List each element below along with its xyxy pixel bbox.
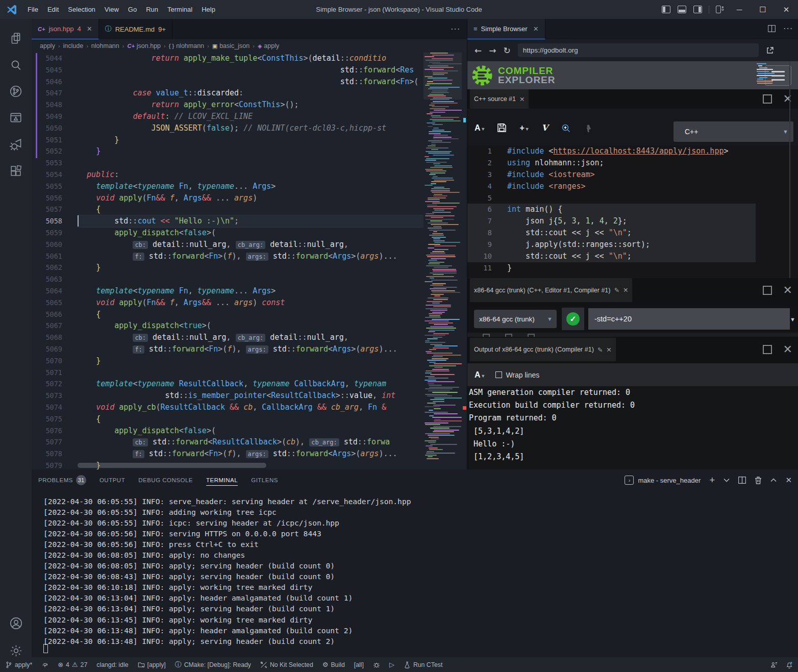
code-line[interactable]: case value_t::discarded: xyxy=(78,87,423,99)
search-icon[interactable] xyxy=(0,52,32,78)
more-actions-icon[interactable]: ··· xyxy=(784,24,793,32)
code-line[interactable]: } xyxy=(78,145,423,157)
customize-layout-icon[interactable] xyxy=(716,6,724,13)
code-line[interactable]: std::cout << "Hello :-)\n"; xyxy=(78,215,423,227)
chevron-down-icon[interactable]: ▼ xyxy=(790,316,795,322)
new-terminal-icon[interactable]: + xyxy=(709,475,715,486)
rename-pencil-icon[interactable]: ✎ xyxy=(614,286,619,294)
kit-selection-item[interactable]: No Kit Selected xyxy=(260,661,313,668)
build-button[interactable]: ⚙ Build xyxy=(322,661,345,668)
breadcrumb-item[interactable]: nlohmann xyxy=(91,42,119,49)
godbolt-code-line[interactable]: 7 json j{5, 3, 1, 4, 2}; xyxy=(467,215,756,227)
godbolt-code-line[interactable]: 11} xyxy=(467,262,798,274)
browser-preview-icon[interactable] xyxy=(0,105,32,131)
code-line[interactable]: return apply_error<ConstThis>(); xyxy=(78,99,423,111)
breadcrumb-item[interactable]: json.hpp xyxy=(137,42,161,49)
code-line[interactable]: f: std::forward<Fn>(f), args: std::forwa… xyxy=(78,343,423,355)
accounts-icon[interactable] xyxy=(0,610,32,636)
breadcrumb-item[interactable]: apply xyxy=(40,42,55,49)
compiler-select[interactable]: x86-64 gcc (trunk) ▼ xyxy=(474,310,557,328)
code-line[interactable]: default: // LCOV_EXCL_LINE xyxy=(78,111,423,122)
save-icon[interactable] xyxy=(497,123,506,132)
kill-terminal-trash-icon[interactable] xyxy=(755,477,762,484)
close-icon[interactable]: ✕ xyxy=(519,95,525,103)
code-line[interactable] xyxy=(78,157,423,169)
toggle-panel-icon[interactable] xyxy=(678,6,686,13)
godbolt-code-line[interactable]: 4#include <ranges> xyxy=(467,181,798,192)
code-line[interactable]: apply_dispatch<false>( xyxy=(78,227,423,239)
close-tab-icon[interactable]: ✕ xyxy=(87,25,92,33)
split-terminal-icon[interactable] xyxy=(738,477,746,484)
debug-target-icon[interactable] xyxy=(373,661,380,668)
compiler-tab[interactable]: x86-64 gcc (trunk) (C++, Editor #1, Comp… xyxy=(470,278,632,302)
close-tab-icon[interactable]: ✕ xyxy=(533,25,539,33)
tab-terminal[interactable]: TERMINAL xyxy=(206,475,238,486)
git-branch-item[interactable]: apply* xyxy=(5,661,32,668)
godbolt-code-line[interactable]: 2using nlohmann::json; xyxy=(467,157,798,169)
tab-problems[interactable]: PROBLEMS31 xyxy=(38,473,86,487)
code-line[interactable]: } xyxy=(78,262,423,273)
code-line[interactable]: JSON_ASSERT(false); // NOLINT(cert-dcl03… xyxy=(78,122,423,134)
close-icon[interactable]: ✕ xyxy=(623,286,628,294)
breadcrumb-item[interactable]: apply xyxy=(264,42,279,49)
code-line[interactable]: apply_dispatch<true>( xyxy=(78,320,423,332)
godbolt-code-line[interactable]: 9 j.apply(std::ranges::sort); xyxy=(467,239,756,251)
tab-output[interactable]: OUTPUT xyxy=(99,475,125,485)
source-control-icon[interactable] xyxy=(0,78,32,105)
maximize-pane-icon[interactable] xyxy=(763,345,772,354)
tab-debug-console[interactable]: DEBUG CONSOLE xyxy=(138,475,193,485)
feedback-icon[interactable] xyxy=(770,661,778,668)
close-panel-icon[interactable]: ✕ xyxy=(785,476,792,485)
toggle-sidebar-icon[interactable] xyxy=(662,6,670,13)
source-tab[interactable]: C++ source #1 ✕ xyxy=(470,89,529,109)
code-line[interactable]: f: std::forward<Fn>(f), args: std::forwa… xyxy=(78,448,423,460)
code-line[interactable]: template<typename Fn, typename... Args> xyxy=(78,181,423,192)
compiler-args-input[interactable]: -std=c++20 xyxy=(588,308,790,330)
godbolt-code-line[interactable]: 3#include <iostream> xyxy=(467,169,798,181)
code-line[interactable]: public: xyxy=(78,169,423,181)
code-line[interactable]: return apply_make_tuple<ConstThis>(detai… xyxy=(78,53,423,64)
back-icon[interactable]: ← xyxy=(475,45,482,56)
tab-readme-md[interactable]: ⓘ README.md 9+ xyxy=(99,19,172,39)
tab-simple-browser[interactable]: ≡ Simple Browser ✕ xyxy=(467,19,545,39)
rename-pencil-icon[interactable]: ✎ xyxy=(597,346,603,354)
split-editor-icon[interactable] xyxy=(768,25,776,32)
launch-target-icon[interactable]: ▷ xyxy=(389,661,394,668)
godbolt-code-line[interactable]: 10 std::cout << j << "\n"; xyxy=(467,251,756,262)
extensions-icon[interactable] xyxy=(0,158,32,184)
open-external-icon[interactable] xyxy=(766,46,774,55)
breadcrumb-item[interactable]: basic_json xyxy=(219,42,250,49)
menu-terminal[interactable]: Terminal xyxy=(163,6,197,13)
close-button[interactable]: ✕ xyxy=(775,0,798,19)
code-line[interactable]: void apply_cb(ResultCallback && cb, Call… xyxy=(78,402,423,413)
godbolt-source-editor[interactable]: 1#include <https://localhost:8443/apply/… xyxy=(467,145,798,278)
add-pane-button[interactable]: + ▾ xyxy=(519,123,528,133)
code-line[interactable] xyxy=(78,367,423,379)
code-line[interactable] xyxy=(78,273,423,285)
run-debug-icon[interactable] xyxy=(0,131,32,158)
maximize-button[interactable]: ☐ xyxy=(751,0,775,19)
sync-changes-icon[interactable] xyxy=(41,661,48,668)
code-editor[interactable]: 5044504550465047504850495050505150525053… xyxy=(32,53,467,469)
code-lines[interactable]: return apply_make_tuple<ConstThis>(detai… xyxy=(78,53,423,469)
output-tab[interactable]: Output of x86-64 gcc (trunk) (Compiler #… xyxy=(470,338,616,361)
code-line[interactable]: f: std::forward<Fn>(f), args: std::forwa… xyxy=(78,251,423,262)
code-line[interactable]: cb: detail::null_arg, cb_arg: detail::nu… xyxy=(78,239,423,251)
menu-run[interactable]: Run xyxy=(141,6,163,13)
vim-mode-button[interactable]: V xyxy=(542,123,548,133)
terminal-output[interactable]: [2022-04-30 06:05:55] INFO: serve_header… xyxy=(43,496,411,646)
close-pane-icon[interactable]: ✕ xyxy=(783,345,792,354)
code-line[interactable]: std::is_member_pointer<ResultCallback>::… xyxy=(78,390,423,402)
cmake-project-item[interactable]: [apply] xyxy=(138,661,166,668)
ctest-button[interactable]: Run CTest xyxy=(404,661,442,668)
menu-edit[interactable]: Edit xyxy=(43,6,63,13)
godbolt-code-line[interactable]: 5 xyxy=(467,192,798,204)
godbolt-code-line[interactable]: 8 std::cout << j << "\n"; xyxy=(467,227,756,239)
zoom-search-icon[interactable] xyxy=(561,123,570,133)
code-line[interactable]: void apply(Fn&& f, Args&& ... args) xyxy=(78,192,423,204)
code-line[interactable]: std::forward<Fn>( xyxy=(78,76,423,88)
language-select[interactable]: C++ ▼ xyxy=(674,121,793,142)
code-line[interactable]: { xyxy=(78,413,423,425)
problems-status[interactable]: ⊗4 ⚠27 xyxy=(58,661,87,668)
toggle-secondary-sidebar-icon[interactable] xyxy=(693,6,702,13)
